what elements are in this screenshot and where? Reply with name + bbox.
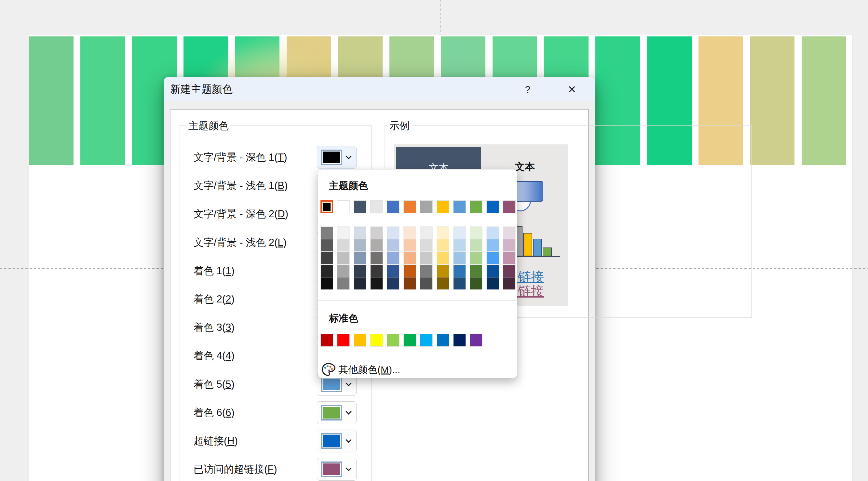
theme-color-variant-swatch[interactable] — [320, 226, 333, 239]
theme-color-variant-swatch[interactable] — [420, 264, 433, 277]
theme-color-swatch[interactable] — [437, 200, 449, 213]
theme-color-variant-swatch[interactable] — [453, 277, 466, 290]
theme-color-variant-swatch[interactable] — [354, 252, 366, 264]
theme-color-swatch[interactable] — [354, 200, 366, 213]
theme-color-variant-swatch[interactable] — [486, 226, 499, 239]
theme-color-variant-swatch[interactable] — [320, 252, 333, 264]
color-dropdown[interactable] — [317, 146, 356, 169]
theme-color-variant-swatch[interactable] — [403, 252, 416, 264]
theme-color-variant-swatch[interactable] — [370, 264, 383, 277]
theme-color-variant-swatch[interactable] — [370, 277, 383, 290]
theme-color-variant-swatch[interactable] — [503, 252, 516, 264]
dialog-titlebar: 新建主题颜色 ? ✕ — [164, 77, 595, 101]
theme-color-variant-swatch[interactable] — [420, 277, 433, 290]
theme-color-swatch[interactable] — [337, 200, 350, 213]
theme-color-variant-swatch[interactable] — [387, 226, 400, 239]
color-swatch — [321, 405, 342, 420]
theme-color-variant-swatch[interactable] — [470, 277, 483, 290]
theme-color-variant-swatch[interactable] — [354, 226, 366, 239]
theme-color-variant-swatch[interactable] — [486, 252, 499, 264]
theme-color-variant-swatch[interactable] — [453, 226, 466, 239]
theme-color-swatch[interactable] — [470, 200, 483, 213]
theme-color-variant-swatch[interactable] — [337, 226, 350, 239]
theme-color-variant-swatch[interactable] — [387, 239, 400, 252]
theme-color-variant-swatch[interactable] — [420, 239, 433, 252]
theme-color-variant-swatch[interactable] — [320, 277, 333, 290]
theme-color-variant-swatch[interactable] — [453, 239, 466, 252]
standard-color-swatch[interactable] — [420, 334, 433, 347]
popup-divider-1 — [318, 300, 517, 301]
theme-color-swatch[interactable] — [503, 200, 516, 213]
theme-color-variant-swatch[interactable] — [354, 264, 366, 277]
theme-color-variant-swatch[interactable] — [503, 277, 516, 290]
color-row-label: 着色 5(5) — [193, 378, 235, 391]
standard-color-swatch[interactable] — [453, 334, 466, 347]
color-dropdown[interactable] — [317, 429, 356, 452]
color-dropdown[interactable] — [317, 458, 356, 481]
theme-color-variant-swatch[interactable] — [437, 264, 449, 277]
theme-color-variant-swatch[interactable] — [470, 252, 483, 264]
standard-color-swatch[interactable] — [387, 334, 400, 347]
slide-bar — [29, 36, 73, 165]
theme-color-variant-swatch[interactable] — [387, 277, 400, 290]
theme-color-variant-swatch[interactable] — [437, 277, 449, 290]
theme-color-variant-swatch[interactable] — [486, 277, 499, 290]
theme-color-variant-swatch[interactable] — [320, 264, 333, 277]
theme-color-variant-swatch[interactable] — [437, 252, 449, 264]
theme-color-variant-swatch[interactable] — [337, 264, 350, 277]
color-row-label: 文字/背景 - 浅色 2(L) — [193, 236, 287, 250]
theme-color-swatch[interactable] — [420, 200, 433, 213]
close-button[interactable]: ✕ — [564, 82, 580, 97]
theme-color-variant-swatch[interactable] — [453, 264, 466, 277]
theme-color-variant-swatch[interactable] — [370, 252, 383, 264]
standard-color-swatch[interactable] — [354, 334, 366, 347]
more-colors-item[interactable]: 其他颜色(M)... — [318, 361, 517, 378]
standard-color-swatch[interactable] — [403, 334, 416, 347]
standard-color-swatch[interactable] — [437, 334, 449, 347]
theme-color-variant-swatch[interactable] — [354, 239, 366, 252]
theme-color-variant-swatch[interactable] — [486, 239, 499, 252]
theme-color-swatch[interactable] — [387, 200, 400, 213]
theme-color-variant-swatch[interactable] — [503, 239, 516, 252]
theme-color-variant-swatch[interactable] — [354, 277, 366, 290]
theme-color-variant-swatch[interactable] — [453, 252, 466, 264]
theme-color-variant-swatch[interactable] — [403, 277, 416, 290]
theme-color-swatch[interactable] — [486, 200, 499, 213]
theme-color-variant-swatch[interactable] — [387, 252, 400, 264]
theme-color-variant-swatch[interactable] — [337, 252, 350, 264]
theme-color-variant-swatch[interactable] — [370, 226, 383, 239]
color-swatch — [321, 377, 342, 392]
theme-color-variant-swatch[interactable] — [403, 226, 416, 239]
color-row-label: 着色 3(3) — [193, 321, 235, 334]
color-dropdown[interactable] — [317, 401, 356, 424]
chevron-down-icon — [345, 409, 351, 414]
theme-color-variant-swatch[interactable] — [503, 264, 516, 277]
help-button[interactable]: ? — [520, 82, 535, 97]
theme-color-swatch[interactable] — [320, 200, 333, 213]
theme-color-variant-swatch[interactable] — [437, 239, 449, 252]
theme-color-variant-swatch[interactable] — [437, 226, 449, 239]
standard-color-swatch[interactable] — [370, 334, 383, 347]
theme-color-variant-swatch[interactable] — [403, 239, 416, 252]
theme-color-swatch[interactable] — [370, 200, 383, 213]
theme-color-variant-swatch[interactable] — [420, 226, 433, 239]
theme-color-variant-swatch[interactable] — [403, 264, 416, 277]
theme-color-variant-swatch[interactable] — [337, 239, 350, 252]
theme-color-swatch[interactable] — [403, 200, 416, 213]
theme-color-variant-swatch[interactable] — [370, 239, 383, 252]
sample-chart — [512, 222, 563, 257]
standard-color-swatch[interactable] — [470, 334, 483, 347]
theme-color-variant-swatch[interactable] — [470, 264, 483, 277]
theme-color-variant-swatch[interactable] — [420, 252, 433, 264]
theme-color-variant-swatch[interactable] — [470, 226, 483, 239]
theme-color-variant-swatch[interactable] — [486, 264, 499, 277]
theme-color-variant-swatch[interactable] — [387, 264, 400, 277]
standard-color-swatch[interactable] — [337, 334, 350, 347]
standard-color-swatch[interactable] — [320, 334, 333, 347]
theme-color-variant-swatch[interactable] — [337, 277, 350, 290]
theme-color-variant-swatch[interactable] — [320, 239, 333, 252]
theme-color-variant-swatch[interactable] — [503, 226, 516, 239]
theme-color-swatch[interactable] — [453, 200, 466, 213]
slide-bar — [802, 36, 846, 165]
theme-color-variant-swatch[interactable] — [470, 239, 483, 252]
